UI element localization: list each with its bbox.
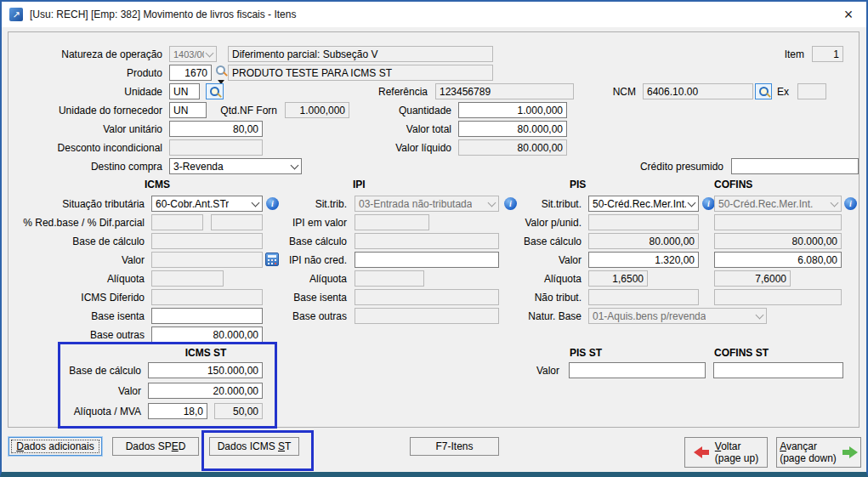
icms-base-isenta-label: Base isenta	[91, 310, 145, 322]
valor-liquido-field	[458, 139, 567, 156]
pis-natur-base-label: Natur. Base	[528, 310, 582, 322]
unidade-search-button[interactable]	[206, 83, 224, 99]
quantidade-field[interactable]	[458, 102, 567, 118]
icms-valor-field	[151, 252, 263, 268]
icms-st-base-label: Base de cálculo	[69, 365, 141, 377]
cofins-valor-p-unid-field	[714, 214, 842, 230]
destino-compra-label: Destino compra	[91, 161, 162, 173]
produto-label: Produto	[127, 67, 162, 79]
icms-info-icon[interactable]	[266, 197, 279, 210]
dados-sped-button[interactable]: Dados SPED	[112, 437, 199, 456]
icms-redbase-label: % Red.base / % Dif.parcial	[23, 217, 145, 229]
cofins-info-icon[interactable]	[844, 197, 857, 210]
credito-presumido-field[interactable]	[731, 158, 859, 174]
natureza-combo: 1403/00	[169, 46, 217, 62]
unidade-field[interactable]	[169, 83, 200, 99]
pis-st-valor-field[interactable]	[569, 362, 706, 378]
icms-st-mva-field	[214, 403, 263, 419]
ex-field	[797, 83, 826, 99]
icms-aliquota-label: Alíquota	[107, 273, 145, 285]
ipi-base-isenta-label: Base isenta	[293, 292, 347, 304]
dialog-window: [Usu: RECH] [Emp: 382] Movimento de livr…	[0, 0, 868, 477]
ncm-label: NCM	[613, 86, 636, 98]
icms-situacao-label: Situação tributária	[62, 198, 145, 210]
icms-situacao-combo[interactable]: 60-Cobr.Ant.STr	[151, 196, 263, 212]
window-title: [Usu: RECH] [Emp: 382] Movimento de livr…	[30, 9, 296, 20]
icms-st-valor-label: Valor	[118, 385, 141, 397]
icms-diferido-label: ICMS Diferido	[81, 292, 145, 304]
pis-base-calculo-label: Base cálculo	[524, 236, 582, 247]
destino-compra-value: 3-Revenda	[173, 161, 224, 173]
icms-redbase-field-1	[151, 214, 203, 230]
icms-header: ICMS	[145, 179, 170, 190]
ipi-nao-cred-label: IPI não cred.	[289, 254, 347, 266]
cofins-valor-field[interactable]	[714, 252, 842, 268]
app-icon	[9, 8, 23, 21]
ipi-nao-cred-field[interactable]	[355, 252, 499, 268]
valor-total-field[interactable]	[458, 121, 567, 137]
ipi-base-calculo-field	[355, 233, 499, 249]
ipi-base-isenta-field	[355, 289, 499, 305]
icms-st-base-field[interactable]	[148, 362, 263, 378]
ipi-em-valor-label: IPI em valor	[292, 217, 347, 229]
cofins-st-valor-field[interactable]	[713, 362, 843, 378]
icms-redbase-field-2	[211, 214, 263, 230]
chevron-down-icon	[291, 161, 299, 169]
pis-sit-tribut-combo[interactable]: 50-Créd.Rec.Mer.Int.	[588, 196, 699, 212]
pis-st-header: PIS ST	[570, 347, 602, 359]
dados-adicionais-button[interactable]: Dados adicionais	[9, 437, 102, 456]
item-label: Item	[785, 48, 804, 60]
icms-st-valor-field[interactable]	[148, 383, 263, 399]
pis-base-calculo-field	[588, 233, 699, 249]
unidade-fornecedor-field[interactable]	[169, 102, 207, 118]
referencia-field	[435, 83, 574, 99]
calculator-icon[interactable]	[265, 253, 279, 266]
pis-valor-p-unid-label: Valor p/unid.	[525, 217, 582, 229]
ex-label: Ex	[777, 86, 789, 98]
chevron-down-icon	[488, 198, 496, 207]
natureza-label: Natureza de operação	[61, 48, 162, 60]
pis-valor-field[interactable]	[588, 252, 699, 268]
ipi-header: IPI	[353, 179, 366, 190]
f7-itens-button[interactable]: F7-Itens	[410, 437, 499, 456]
icms-base-calculo-field	[151, 233, 263, 249]
produto-field[interactable]	[169, 65, 212, 81]
dados-icms-st-button[interactable]: Dados ICMS ST	[209, 437, 299, 456]
destino-compra-combo[interactable]: 3-Revenda	[169, 158, 302, 174]
chevron-down-icon	[831, 198, 839, 207]
ipi-info-icon[interactable]	[504, 197, 517, 210]
icms-aliquota-field	[151, 270, 224, 287]
unidade-fornecedor-label: Unidade do fornecedor	[59, 105, 162, 116]
valor-total-label: Valor total	[406, 123, 451, 135]
voltar-button[interactable]: Voltar(page up)	[684, 437, 768, 468]
desconto-field	[169, 139, 263, 156]
icms-st-aliquota-field[interactable]	[148, 403, 207, 419]
avancar-button[interactable]: Avançar(page down)	[776, 437, 861, 468]
icms-diferido-field	[151, 289, 263, 305]
pis-info-icon[interactable]	[702, 197, 715, 210]
valor-liquido-label: Valor líquido	[395, 142, 451, 154]
pis-nao-tribut-field	[588, 289, 699, 305]
pis-valor-p-unid-field	[588, 214, 699, 230]
desconto-label: Desconto incondicional	[58, 142, 162, 154]
search-icon[interactable]	[216, 65, 228, 77]
title-bar: [Usu: RECH] [Emp: 382] Movimento de livr…	[2, 2, 866, 27]
valor-unitario-field[interactable]	[169, 121, 263, 137]
icms-base-isenta-field[interactable]	[151, 308, 263, 324]
close-icon[interactable]: ×	[839, 5, 858, 24]
ncm-search-button[interactable]	[755, 83, 772, 99]
valor-unitario-label: Valor unitário	[103, 123, 162, 135]
ipi-base-outras-label: Base outras	[292, 310, 347, 322]
icms-st-header: ICMS ST	[148, 347, 264, 359]
icms-valor-label: Valor	[122, 254, 145, 266]
arrow-right-icon	[842, 446, 858, 458]
cofins-sit-tribut-value: 50-Créd.Rec.Mer.Int.	[718, 198, 813, 210]
icms-base-outras-field[interactable]	[151, 327, 263, 343]
cofins-nao-tribut-field	[714, 289, 842, 305]
qtd-nf-forn-field	[285, 102, 349, 118]
ipi-sit-trib-value: 03-Entrada não-tributada	[359, 198, 472, 210]
pis-aliquota-field	[588, 270, 648, 287]
pis-st-valor-label: Valor	[536, 365, 559, 377]
ipi-em-valor-field	[355, 214, 429, 230]
chevron-down-icon	[252, 198, 260, 207]
